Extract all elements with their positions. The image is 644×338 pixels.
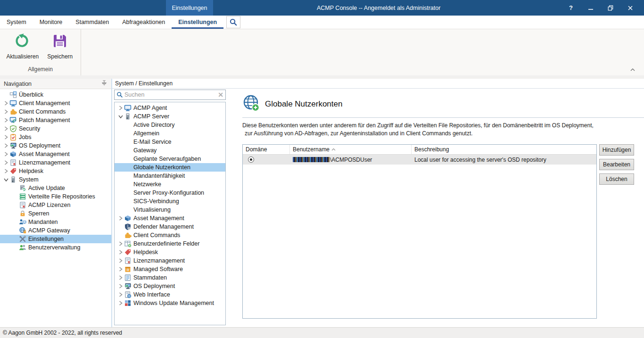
tree-item-netzwerke[interactable]: Netzwerke	[115, 180, 225, 189]
tree-item-client-commands[interactable]: Client Commands	[115, 231, 225, 239]
table-row[interactable]: \ACMPOSDUser Local user for accessing th…	[243, 155, 596, 165]
osdeploy-icon	[124, 282, 133, 290]
tree-item-sperren[interactable]: Sperren	[0, 209, 111, 218]
tree-item-system[interactable]: System	[0, 175, 111, 184]
chevron-down-icon[interactable]	[3, 176, 9, 183]
tree-item-label: Jobs	[19, 134, 34, 140]
lock-icon	[19, 210, 28, 217]
chevron-right-icon[interactable]	[117, 300, 124, 306]
tree-item-acmp-gateway[interactable]: ACMP Gateway	[0, 226, 111, 235]
chevron-right-icon[interactable]	[3, 142, 9, 149]
column-header-benutzername[interactable]: Benutzername	[290, 145, 412, 154]
tree-item-security[interactable]: Security	[0, 124, 111, 133]
tree-item-os-deployment[interactable]: OS Deployment	[0, 141, 111, 150]
tree-item-acmp-server[interactable]: ACMP Server	[115, 112, 225, 121]
tree-item-e-mail-service[interactable]: E-Mail Service	[115, 138, 225, 146]
chevron-right-icon[interactable]	[3, 168, 9, 174]
tree-item-jobs[interactable]: Jobs	[0, 133, 111, 141]
tree-item-einstellungen[interactable]: Einstellungen	[0, 235, 111, 243]
tree-item-mandantenf-higkeit[interactable]: Mandantenfähigkeit	[115, 172, 225, 180]
tree-item-geplante-serveraufgaben[interactable]: Geplante Serveraufgaben	[115, 155, 225, 163]
tree-item-asset-management[interactable]: Asset Management	[0, 150, 111, 158]
tree-item-windows-update-management[interactable]: Windows Update Management	[115, 299, 225, 307]
tree-item-virtualisierung[interactable]: Virtualisierung	[115, 206, 225, 214]
tree-item-verteilte-file-repositories[interactable]: Verteilte File Repositories	[0, 192, 111, 201]
close-button[interactable]	[620, 0, 640, 16]
chevron-right-icon[interactable]	[117, 249, 124, 256]
tree-item-gateway[interactable]: Gateway	[115, 146, 225, 155]
chevron-right-icon[interactable]	[3, 108, 9, 115]
asset-icon	[124, 214, 133, 222]
column-header-beschreibung[interactable]: Beschreibung	[412, 145, 596, 154]
titlebar-active-tab[interactable]: Einstellungen	[166, 0, 213, 16]
edit-button[interactable]: Bearbeiten	[599, 159, 634, 170]
tree-item-label: Defender Management	[133, 223, 197, 230]
tree-item-helpdesk[interactable]: Helpdesk	[0, 167, 111, 175]
tree-item-label: Benutzerverwaltung	[28, 244, 83, 251]
tree-item-active-directory[interactable]: Active Directory	[115, 121, 225, 129]
chevron-right-icon[interactable]	[117, 240, 124, 247]
tree-item-benutzerdefinierte-felder[interactable]: Benutzerdefinierte Felder	[115, 239, 225, 248]
tree-item-server-proxy-konfiguration[interactable]: Server Proxy-Konfiguration	[115, 189, 225, 197]
ribbon-search-button[interactable]	[226, 16, 240, 28]
tree-item-managed-software[interactable]: Managed Software	[115, 265, 225, 273]
tree-item-benutzerverwaltung[interactable]: Benutzerverwaltung	[0, 243, 111, 252]
chevron-right-icon[interactable]	[117, 266, 124, 272]
chevron-right-icon[interactable]	[117, 215, 124, 222]
tree-item-web-interface[interactable]: Web Interface	[115, 290, 225, 299]
tree-item-client-commands[interactable]: Client Commands	[0, 107, 111, 116]
chevron-right-icon[interactable]	[3, 117, 9, 124]
tree-item-helpdesk[interactable]: Helpdesk	[115, 248, 225, 256]
tree-item-sics-verbindung[interactable]: SICS-Verbindung	[115, 197, 225, 206]
pin-icon[interactable]	[101, 80, 107, 88]
tree-item-label: Mandanten	[28, 219, 61, 225]
puzzle-icon	[9, 108, 19, 115]
refresh-button[interactable]: Aktualisieren	[5, 31, 41, 65]
chevron-down-icon[interactable]	[117, 113, 124, 120]
tree-item-allgemein[interactable]: Allgemein	[115, 129, 225, 138]
chevron-right-icon[interactable]	[3, 134, 9, 140]
tree-item-berblick[interactable]: Überblick	[0, 91, 111, 99]
tree-item-lizenzmanagement[interactable]: Lizenzmanagement	[0, 158, 111, 167]
minimize-button[interactable]	[581, 0, 601, 16]
settings-search-input[interactable]	[124, 91, 218, 98]
delete-button[interactable]: Löschen	[599, 173, 634, 185]
tree-item-asset-management[interactable]: Asset Management	[115, 214, 225, 223]
chevron-right-icon[interactable]	[117, 283, 124, 289]
tree-item-stammdaten[interactable]: Stammdaten	[115, 273, 225, 282]
tree-item-client-management[interactable]: Client Management	[0, 99, 111, 107]
tab-abfrageaktionen[interactable]: Abfrageaktionen	[116, 16, 172, 29]
tree-item-globale-nutzerkonten[interactable]: Globale Nutzerkonten	[115, 163, 225, 172]
tree-item-active-update[interactable]: Active Update	[0, 184, 111, 192]
chevron-right-icon[interactable]	[117, 105, 124, 111]
chevron-right-icon[interactable]	[117, 257, 124, 264]
tab-monitore[interactable]: Monitore	[33, 16, 69, 29]
tree-item-lizenzmanagement[interactable]: Lizenzmanagement	[115, 256, 225, 265]
tab-system[interactable]: System	[0, 16, 33, 29]
add-button[interactable]: Hinzufügen	[599, 144, 634, 156]
restore-button[interactable]	[601, 0, 620, 16]
tree-item-acmp-agent[interactable]: ACMP Agent	[115, 104, 225, 112]
tree-item-acmp-lizenzen[interactable]: ACMP Lizenzen	[0, 201, 111, 209]
monitor-icon	[9, 99, 19, 107]
tab-einstellungen[interactable]: Einstellungen	[172, 16, 223, 29]
tree-item-patch-management[interactable]: Patch Management	[0, 116, 111, 124]
tree-item-label: Gateway	[133, 147, 159, 154]
chevron-right-icon[interactable]	[3, 151, 9, 157]
chevron-right-icon[interactable]	[3, 100, 9, 107]
collapse-ribbon-button[interactable]	[629, 67, 636, 73]
tree-item-mandanten[interactable]: Mandanten	[0, 218, 111, 226]
clear-search-icon[interactable]: ✕	[218, 91, 223, 98]
column-header-domaene[interactable]: Domäne	[243, 145, 290, 154]
tree-item-os-deployment[interactable]: OS Deployment	[115, 282, 225, 290]
save-button[interactable]: Speichern	[42, 31, 78, 65]
window-controls: ?	[561, 0, 640, 16]
tab-stammdaten[interactable]: Stammdaten	[69, 16, 116, 29]
help-button[interactable]: ?	[561, 0, 581, 16]
chevron-right-icon[interactable]	[117, 274, 124, 281]
radio-selected-icon[interactable]	[248, 157, 254, 163]
tree-item-defender-management[interactable]: Defender Management	[115, 223, 225, 231]
chevron-right-icon[interactable]	[3, 125, 9, 132]
chevron-right-icon[interactable]	[3, 159, 9, 166]
chevron-right-icon[interactable]	[117, 291, 124, 298]
